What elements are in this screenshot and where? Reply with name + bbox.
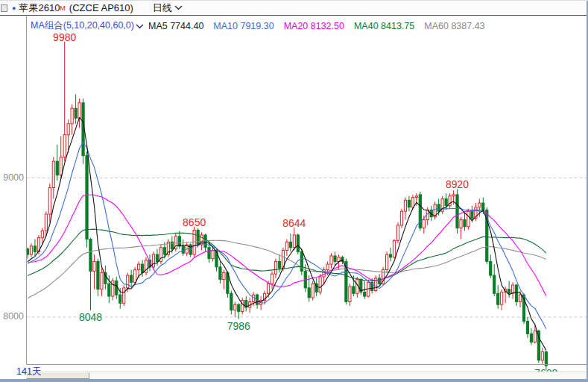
ma-group-selector[interactable]: MA组合(5,10,20,40,60,0) — [31, 19, 134, 32]
ma-value-ma60: MA60 8387.43 — [424, 21, 484, 31]
horizontal-scrollbar-track[interactable] — [26, 372, 587, 379]
indicator-row: MA组合(5,10,20,40,60,0) MA5 7744.40MA10 79… — [31, 19, 495, 32]
ma-value-ma5: MA5 7744.40 — [148, 21, 203, 31]
window-bottom-edge — [0, 379, 588, 382]
ma-value-ma20: MA20 8132.50 — [284, 21, 344, 31]
ma-values: MA5 7744.40MA10 7919.30MA20 8132.50MA40 … — [148, 21, 495, 31]
visible-range-label: 141天 — [16, 366, 41, 378]
chevron-down-icon[interactable] — [136, 24, 144, 29]
ma-value-ma40: MA40 8413.75 — [354, 21, 414, 31]
ma-value-ma10: MA10 7919.30 — [213, 21, 274, 31]
chart-canvas[interactable] — [0, 1, 588, 380]
chart-window: ● 苹果2610 M (CZCE AP610) 日线 MA组合(5,10,20,… — [0, 0, 588, 382]
